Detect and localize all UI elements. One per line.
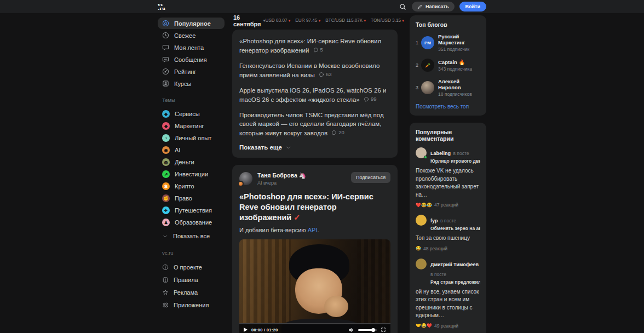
sidebar-item-courses[interactable]: Курсы [158, 78, 225, 89]
sidebar-topic-ai[interactable]: ◉ AI [158, 144, 225, 156]
digest-comments[interactable]: 99 [364, 95, 377, 104]
chevron-down-icon [162, 233, 168, 239]
api-link[interactable]: API [308, 227, 318, 233]
sidebar-item-rating[interactable]: Рейтинг [158, 66, 225, 77]
comment-avatar[interactable] [416, 147, 427, 158]
digest-comments[interactable]: 5 [313, 45, 323, 54]
blog-subscribers: 343 подписчика [438, 66, 472, 72]
subscribe-button[interactable]: Подписаться [351, 172, 390, 183]
volume-slider[interactable] [358, 329, 377, 331]
digest-item[interactable]: Производитель чипов TSMC представил мёд … [239, 111, 390, 137]
sidebar-topic-invest[interactable]: ↗ Инвестиции [158, 168, 225, 180]
blog-row-2[interactable]: 2 🥕 Captain 🔥 343 подписчика [416, 59, 480, 72]
digest-comments[interactable]: 20 [331, 128, 344, 137]
play-button[interactable] [244, 328, 248, 332]
left-sidebar: Популярное Свежее Моя лента Сообщения Ре… [158, 15, 225, 333]
post-title[interactable]: «Photoshop для всех»: ИИ-сервис Reve обн… [239, 192, 390, 223]
services-topic-icon: ◈ [162, 110, 170, 118]
comment-author[interactable]: Дмитрий Тимофеев [430, 262, 479, 267]
blog-subscribers: 351 подписчик [438, 47, 480, 52]
blog-rank: 1 [416, 40, 421, 45]
popular-comments-card: Популярные комментарии Labeling в посте … [410, 123, 486, 333]
top-header: vc .ru Написать Войти [0, 0, 644, 13]
post-meta[interactable]: AI вчера [257, 180, 306, 186]
video-progress-bar[interactable] [239, 323, 390, 324]
sidebar-topic-services[interactable]: ◈ Сервисы [158, 108, 225, 120]
show-all-topics-button[interactable]: Показать все [158, 230, 225, 242]
footer-item-label: О проекте [174, 264, 202, 271]
digest-item[interactable]: «Photoshop для всех»: ИИ-сервис Reve обн… [239, 37, 390, 55]
comment-icon [319, 72, 324, 77]
vc-logo[interactable]: vc .ru [158, 3, 165, 10]
rate-eur[interactable]: EUR 97.45 ▾ [295, 18, 320, 23]
video-controls: 00:00 / 01:20 [239, 323, 390, 333]
topic-label: Путешествия [175, 207, 212, 214]
right-rail: Топ блогов 1 РМ Русский Маркетинг 351 по… [410, 15, 486, 333]
rate-down-icon: ▾ [364, 19, 366, 22]
red-check-icon: ✓ [294, 213, 300, 222]
digest-item[interactable]: Apple выпустила iOS 26, iPadOS 26, watch… [239, 86, 390, 104]
comment-post-title[interactable]: Юрлицо игрового движка Nau Eng… [430, 158, 480, 164]
comment-author[interactable]: fyp [430, 218, 438, 223]
online-dot [424, 156, 427, 159]
sidebar-topic-law[interactable]: ✊ Право [158, 192, 225, 204]
sidebar-item-messages[interactable]: Сообщения [158, 54, 225, 65]
post-author-name[interactable]: Таня Боброва 🦄 [257, 172, 306, 179]
rate-usd[interactable]: USD 83.07 ▾ [265, 18, 290, 23]
sidebar-item-my-feed[interactable]: Моя лента [158, 42, 225, 53]
comment-post-title[interactable]: Ряд стран предложил полностью … [430, 279, 480, 285]
digest-item[interactable]: Генконсульство Испании в Москве возобнов… [239, 61, 390, 79]
write-button[interactable]: Написать [412, 2, 455, 12]
gauge-icon [162, 68, 169, 75]
topics-section-label: Темы [162, 97, 225, 103]
video-player[interactable]: 00:00 / 01:20 [239, 239, 390, 333]
sidebar-topic-crypto[interactable]: ₿ Крипто [158, 180, 225, 192]
comment-post-title[interactable]: Обменять зерно на автомобили: р… [430, 226, 480, 231]
fullscreen-icon[interactable] [381, 327, 386, 332]
sidebar-item-about[interactable]: О проекте [158, 261, 225, 273]
blog-name: Captain 🔥 [438, 59, 472, 65]
sidebar-item-rules[interactable]: Правила [158, 273, 225, 286]
sidebar-topic-money[interactable]: ◍ Деньги [158, 156, 225, 168]
blog-row-3[interactable]: 3 Алексей Ниролов 18 подписчиков [416, 78, 480, 97]
blog-row-1[interactable]: 1 РМ Русский Маркетинг 351 подписчик [416, 33, 480, 52]
rules-icon [162, 277, 169, 283]
comment-avatar[interactable] [416, 215, 427, 226]
sidebar-topic-personal[interactable]: ◔ Личный опыт [158, 132, 225, 144]
author-avatar[interactable] [239, 172, 252, 185]
ai-topic-icon: ◉ [162, 146, 170, 154]
info-icon [162, 264, 169, 271]
sidebar-item-apps[interactable]: Приложения [158, 298, 225, 311]
rate-btc[interactable]: BTC/USD 115.07K ▾ [325, 18, 366, 23]
digest-item-text: Производитель чипов TSMC представил мёд … [239, 112, 384, 136]
login-button[interactable]: Войти [459, 2, 486, 12]
sidebar-topic-marketing[interactable]: ◆ Маркетинг [158, 120, 225, 132]
show-more-button[interactable]: Показать еще [239, 144, 390, 151]
volume-icon[interactable] [348, 327, 354, 333]
ai-topic-badge-icon [238, 181, 244, 187]
comment-icon [313, 47, 319, 53]
digest-comments[interactable]: 63 [319, 70, 332, 79]
search-icon[interactable] [399, 3, 407, 10]
vcru-section-label: vc.ru [162, 250, 225, 256]
view-full-top-link[interactable]: Посмотреть весь топ [416, 104, 480, 110]
sidebar-item-fresh[interactable]: Свежее [158, 30, 225, 41]
popular-comment: fyp в посте Обменять зерно на автомобили… [416, 215, 480, 251]
top-blogs-title: Топ блогов [416, 21, 480, 28]
sidebar-item-popular[interactable]: Популярное [158, 18, 225, 29]
sidebar-item-label: Курсы [174, 81, 191, 87]
apps-grid-icon [162, 302, 169, 308]
feed-bubble-icon [162, 44, 169, 51]
topic-label: AI [175, 147, 180, 153]
date-selector[interactable]: 16 сентября [233, 14, 261, 27]
reaction-count: 47 реакций [434, 202, 458, 208]
comment-text[interactable]: Похоже VK не удалось пролоббировать зако… [416, 167, 480, 199]
comment-text[interactable]: Топ за свою пшеницу [416, 234, 480, 243]
comment-avatar[interactable] [416, 259, 427, 269]
sidebar-item-ads[interactable]: Реклама [158, 286, 225, 298]
comment-author[interactable]: Labeling [430, 151, 451, 156]
sidebar-topic-travel[interactable]: ✈ Путешествия [158, 204, 225, 216]
sidebar-topic-education[interactable]: ♟ Образование [158, 216, 225, 228]
comment-text[interactable]: ой ну все, узнаем список этих стран и вс… [416, 288, 480, 320]
rate-ton[interactable]: TON/USD 3.15 ▾ [371, 18, 404, 23]
